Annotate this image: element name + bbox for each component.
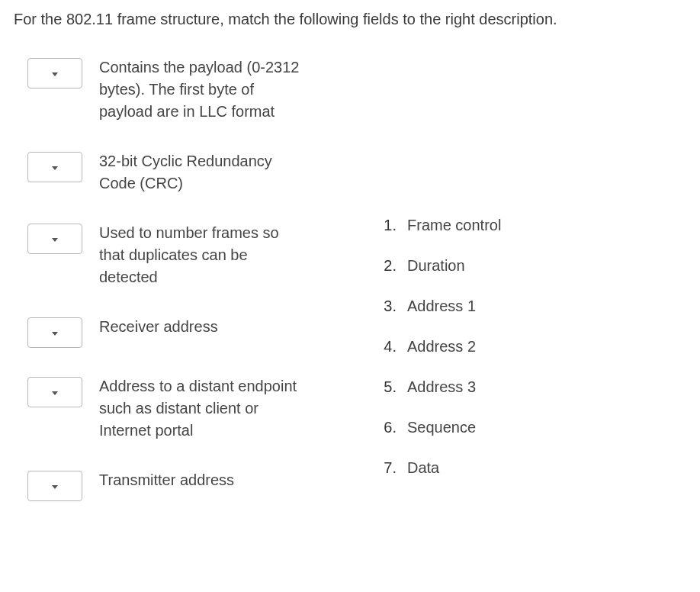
match-row: Address to a distant endpoint such as di… bbox=[27, 375, 349, 442]
match-select-4[interactable] bbox=[27, 377, 82, 407]
answer-label: Data bbox=[407, 459, 439, 477]
description-text: Used to number frames so that duplicates… bbox=[99, 222, 305, 288]
answer-option: 7. Data bbox=[380, 459, 686, 477]
matching-content: Contains the payload (0-2312 bytes). The… bbox=[14, 56, 686, 529]
answer-number: 2. bbox=[380, 257, 397, 275]
answer-label: Address 1 bbox=[407, 298, 476, 315]
answer-option: 2. Duration bbox=[380, 257, 686, 275]
answer-option: 6. Sequence bbox=[380, 419, 686, 436]
match-select-1[interactable] bbox=[27, 152, 82, 182]
answers-column: 1. Frame control 2. Duration 3. Address … bbox=[380, 56, 686, 529]
answer-number: 7. bbox=[380, 459, 397, 477]
answer-number: 3. bbox=[380, 298, 397, 315]
answer-label: Duration bbox=[407, 257, 465, 275]
match-select-5[interactable] bbox=[27, 471, 82, 501]
match-row: Contains the payload (0-2312 bytes). The… bbox=[27, 56, 349, 123]
answer-label: Address 2 bbox=[407, 338, 476, 356]
match-select-3[interactable] bbox=[27, 317, 82, 348]
answer-number: 6. bbox=[380, 419, 397, 436]
description-text: Receiver address bbox=[99, 316, 218, 338]
answer-number: 1. bbox=[380, 217, 397, 234]
match-row: Receiver address bbox=[27, 316, 349, 348]
answer-option: 4. Address 2 bbox=[380, 338, 686, 356]
answer-option: 3. Address 1 bbox=[380, 298, 686, 315]
match-select-2[interactable] bbox=[27, 224, 82, 254]
answer-label: Frame control bbox=[407, 217, 501, 234]
answer-label: Address 3 bbox=[407, 378, 476, 396]
match-row: Used to number frames so that duplicates… bbox=[27, 222, 349, 288]
description-text: Contains the payload (0-2312 bytes). The… bbox=[99, 56, 305, 123]
match-select-0[interactable] bbox=[27, 58, 82, 88]
answer-number: 5. bbox=[380, 378, 397, 396]
description-text: 32-bit Cyclic Redundancy Code (CRC) bbox=[99, 150, 305, 195]
description-text: Transmitter address bbox=[99, 469, 234, 491]
description-text: Address to a distant endpoint such as di… bbox=[99, 375, 305, 442]
answer-label: Sequence bbox=[407, 419, 476, 436]
match-row: Transmitter address bbox=[27, 469, 349, 501]
answer-option: 1. Frame control bbox=[380, 217, 686, 234]
match-row: 32-bit Cyclic Redundancy Code (CRC) bbox=[27, 150, 349, 195]
descriptions-column: Contains the payload (0-2312 bytes). The… bbox=[14, 56, 349, 529]
question-prompt: For the 802.11 frame structure, match th… bbox=[14, 8, 686, 31]
answer-option: 5. Address 3 bbox=[380, 378, 686, 396]
answer-number: 4. bbox=[380, 338, 397, 356]
